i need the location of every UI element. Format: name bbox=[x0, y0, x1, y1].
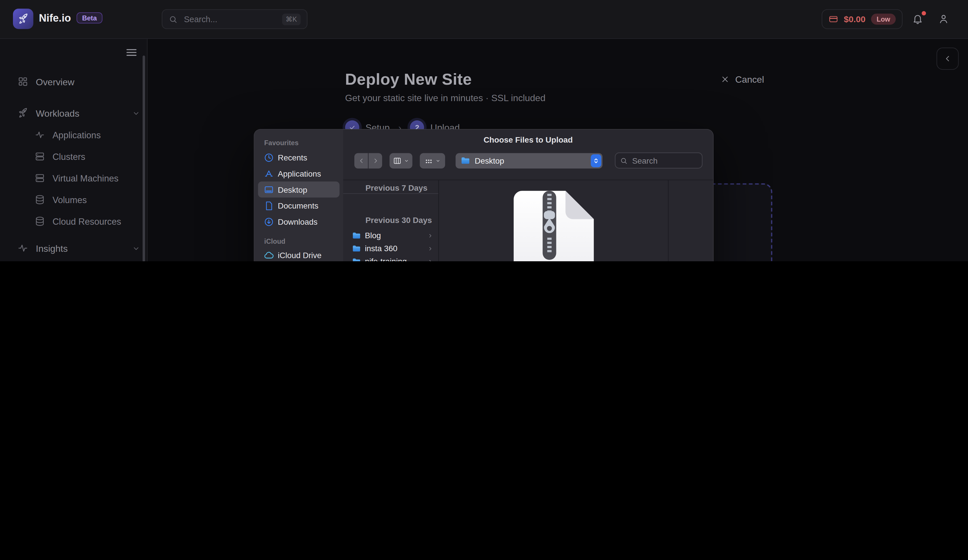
section-header: Previous 30 Days bbox=[366, 215, 432, 225]
dialog-search-field[interactable] bbox=[615, 152, 702, 169]
folder-icon bbox=[352, 231, 361, 240]
sidebar-nav: Overview Workloads Applications Clusters… bbox=[0, 70, 147, 261]
columns-icon bbox=[393, 156, 402, 165]
chevron-right-icon bbox=[427, 245, 433, 252]
chevron-left-icon bbox=[943, 54, 953, 63]
forward-button[interactable] bbox=[368, 153, 382, 168]
dropdown-stepper-icon bbox=[591, 154, 601, 167]
chevron-down-icon bbox=[131, 244, 141, 253]
folder-icon bbox=[461, 156, 471, 165]
dialog-toolbar: Desktop bbox=[343, 152, 713, 169]
bell-icon bbox=[912, 13, 923, 25]
chevron-right-icon bbox=[427, 232, 433, 239]
user-menu-button[interactable] bbox=[938, 13, 950, 27]
search-icon bbox=[169, 15, 178, 24]
hamburger-icon bbox=[125, 46, 138, 59]
group-view-button[interactable] bbox=[420, 153, 445, 168]
chevron-right-icon bbox=[427, 258, 433, 261]
database-icon bbox=[35, 194, 45, 205]
server-icon bbox=[35, 173, 45, 183]
balance-amount: $0.00 bbox=[844, 14, 865, 24]
file-row-insta360[interactable]: insta 360 bbox=[347, 242, 436, 255]
cloud-icon bbox=[264, 250, 274, 260]
rocket-icon bbox=[17, 108, 28, 119]
sidebar-item-virtual-machines[interactable]: Virtual Machines bbox=[6, 167, 141, 189]
clock-icon bbox=[264, 152, 274, 162]
beta-badge: Beta bbox=[77, 12, 103, 24]
sidebar-item-insights[interactable]: Insights bbox=[6, 237, 141, 259]
column-view-button[interactable] bbox=[390, 153, 412, 168]
page-subtitle: Get your static site live in minutes · S… bbox=[345, 93, 545, 103]
sidebar-item-cloud-resources[interactable]: Cloud Resources bbox=[6, 210, 141, 232]
sidebar-item-clusters[interactable]: Clusters bbox=[6, 146, 141, 167]
folder-icon bbox=[352, 257, 361, 261]
global-search[interactable]: ⌘K bbox=[162, 9, 307, 29]
collapse-panel-button[interactable] bbox=[937, 48, 959, 70]
file-picker-dialog: Favourites Recents Applications Desktop … bbox=[254, 129, 714, 261]
sidebar-toggle-button[interactable] bbox=[125, 46, 138, 62]
file-row-nife-training[interactable]: nife-training bbox=[347, 255, 436, 261]
sidebar-item-sre-intelligence[interactable]: SRE Intelligence bbox=[6, 259, 141, 261]
activity-icon bbox=[17, 243, 28, 254]
app-header: Nife.io Beta ⌘K $0.00 Low bbox=[0, 0, 968, 39]
document-icon bbox=[264, 200, 274, 210]
nav-item-icloud-drive[interactable]: iCloud Drive bbox=[258, 247, 340, 261]
notifications-button[interactable] bbox=[912, 13, 923, 27]
activity-icon bbox=[35, 130, 45, 140]
page-title: Deploy New Site bbox=[345, 70, 472, 89]
chevron-down-icon bbox=[435, 157, 441, 163]
sidebar-item-volumes[interactable]: Volumes bbox=[6, 189, 141, 210]
download-icon bbox=[264, 216, 274, 227]
file-preview-column: ZIP passwordBuild.zip ZIP archive - 218 … bbox=[439, 181, 669, 261]
cancel-label: Cancel bbox=[735, 74, 764, 84]
rocket-icon bbox=[17, 13, 29, 25]
chevron-right-icon bbox=[371, 156, 380, 164]
nav-item-documents[interactable]: Documents bbox=[258, 197, 340, 214]
favourites-section-label: Favourites bbox=[264, 138, 343, 147]
dialog-sidebar: Favourites Recents Applications Desktop … bbox=[254, 130, 343, 261]
nav-item-recents[interactable]: Recents bbox=[258, 149, 340, 166]
nav-item-downloads[interactable]: Downloads bbox=[258, 214, 340, 230]
sidebar-item-workloads[interactable]: Workloads bbox=[6, 102, 141, 124]
database-icon bbox=[35, 216, 45, 227]
sidebar-item-overview[interactable]: Overview bbox=[6, 70, 141, 93]
dashboard-icon bbox=[17, 76, 28, 87]
brand-logo[interactable] bbox=[13, 8, 33, 29]
nav-item-applications[interactable]: Applications bbox=[258, 165, 340, 181]
sidebar-scrollbar[interactable] bbox=[143, 56, 145, 261]
file-browser: Previous 7 Days Previous 30 Days Blog in… bbox=[343, 181, 713, 261]
dialog-body: Choose Files to Upload Desktop bbox=[343, 130, 713, 261]
section-header: Previous 7 Days bbox=[366, 183, 428, 192]
server-icon bbox=[35, 151, 45, 162]
dialog-search-input[interactable] bbox=[631, 155, 698, 166]
file-list-column: Previous 7 Days Previous 30 Days Blog in… bbox=[343, 181, 439, 261]
chevron-down-icon bbox=[404, 157, 409, 163]
cancel-deploy-button[interactable]: Cancel bbox=[721, 74, 764, 84]
billing-widget[interactable]: $0.00 Low bbox=[822, 9, 903, 29]
icloud-section-label: iCloud bbox=[264, 237, 343, 246]
chevron-down-icon bbox=[131, 108, 141, 118]
location-value: Desktop bbox=[475, 156, 587, 165]
close-icon bbox=[721, 75, 730, 84]
folder-icon bbox=[352, 244, 361, 253]
section-divider bbox=[343, 193, 438, 194]
nav-item-desktop[interactable]: Desktop bbox=[258, 181, 340, 197]
plan-badge: Low bbox=[871, 13, 896, 25]
search-icon bbox=[620, 156, 628, 164]
location-dropdown[interactable]: Desktop bbox=[456, 153, 602, 168]
back-button[interactable] bbox=[354, 153, 368, 168]
shortcut-badge: ⌘K bbox=[282, 13, 301, 25]
desktop-icon bbox=[264, 184, 274, 195]
brand-name: Nife.io bbox=[39, 12, 71, 25]
dialog-title: Choose Files to Upload bbox=[343, 135, 713, 144]
person-icon bbox=[938, 13, 950, 25]
file-row-blog[interactable]: Blog bbox=[347, 229, 436, 242]
zip-file-preview-icon: ZIP bbox=[514, 191, 594, 261]
credit-card-icon bbox=[829, 14, 838, 24]
search-input[interactable] bbox=[183, 14, 277, 24]
app-window: Nife.io Beta ⌘K $0.00 Low Overview Workl… bbox=[0, 0, 968, 261]
grid-rows-icon bbox=[424, 156, 433, 165]
notification-dot bbox=[922, 11, 926, 15]
chevron-left-icon bbox=[357, 156, 365, 164]
sidebar-item-applications[interactable]: Applications bbox=[6, 124, 141, 146]
